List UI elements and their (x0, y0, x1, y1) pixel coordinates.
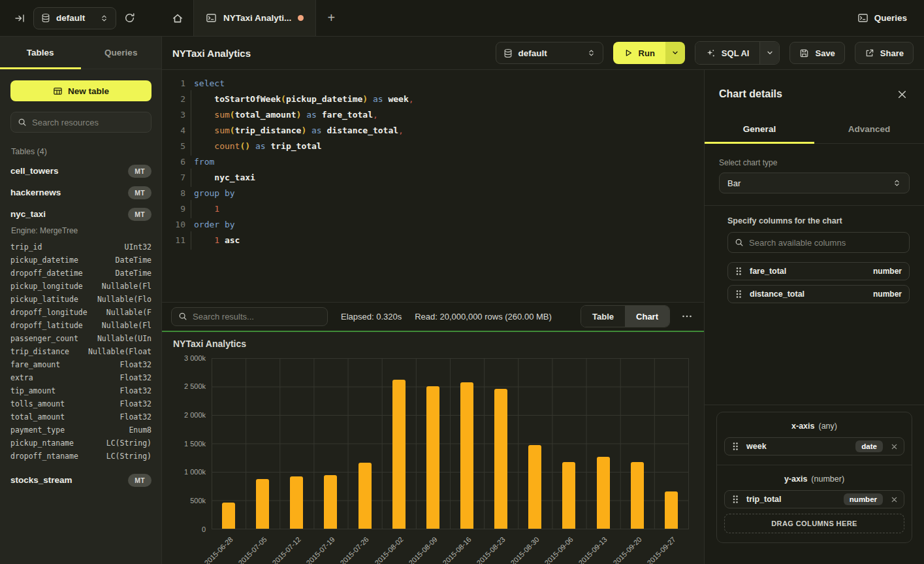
column-row[interactable]: pickup_longitude Nullable(Fl (10, 280, 151, 293)
sql-ai-button[interactable]: SQL AI (695, 42, 760, 64)
sidebar-tab-tables[interactable]: Tables (0, 37, 81, 69)
column-row[interactable]: passenger_count Nullable(UIn (10, 332, 151, 345)
drag-handle-icon[interactable] (732, 495, 739, 504)
code-line[interactable]: 4 sum(trip_distance) as distance_total, (171, 123, 704, 139)
available-column-distance_total[interactable]: distance_total number (727, 285, 910, 303)
database-icon (41, 13, 50, 23)
table-item-stocks_stream[interactable]: stocks_stream MT (10, 469, 151, 491)
unsaved-dot (298, 15, 304, 21)
table-item-cell_towers[interactable]: cell_towers MT (10, 160, 151, 182)
engine-badge: MT (128, 165, 151, 178)
toggle-table[interactable]: Table (581, 306, 625, 327)
queries-label: Queries (874, 13, 907, 23)
bar[interactable] (290, 476, 303, 528)
database-selector[interactable]: default (33, 7, 116, 29)
resource-search-input[interactable] (32, 118, 144, 127)
y-tick: 500k (190, 497, 206, 505)
tab-nytaxi-analytics[interactable]: NYTaxi Analyti... (193, 0, 316, 36)
column-row[interactable]: total_amount Float32 (10, 410, 151, 423)
drag-handle-icon[interactable] (735, 290, 742, 299)
column-search[interactable] (727, 232, 910, 253)
available-column-fare_total[interactable]: fare_total number (727, 262, 910, 280)
bar[interactable] (222, 503, 235, 528)
sidebar-tab-queries[interactable]: Queries (81, 37, 162, 69)
column-row[interactable]: dropoff_latitude Nullable(Fl (10, 319, 151, 332)
refresh-icon[interactable] (124, 12, 135, 24)
results-search[interactable] (171, 307, 328, 326)
sql-editor[interactable]: 1select 2 toStartOfWeek(pickup_datetime)… (162, 70, 704, 302)
results-search-input[interactable] (193, 312, 321, 322)
column-row[interactable]: fare_amount Float32 (10, 358, 151, 371)
home-button[interactable] (162, 0, 193, 36)
column-search-input[interactable] (749, 238, 902, 248)
column-row[interactable]: pickup_ntaname LC(String) (10, 437, 151, 450)
chart-type-select[interactable]: Bar (719, 173, 910, 193)
run-label: Run (639, 48, 655, 58)
bar[interactable] (528, 445, 541, 528)
bar[interactable] (392, 380, 406, 529)
column-row[interactable]: tolls_amount Float32 (10, 397, 151, 410)
sql-ai-options-button[interactable] (759, 42, 779, 64)
bar[interactable] (597, 457, 610, 529)
y-axis-column[interactable]: trip_total number (724, 490, 904, 508)
column-row[interactable]: pickup_datetime DateTime (10, 254, 151, 267)
drop-zone[interactable]: DRAG COLUMNS HERE (724, 514, 904, 533)
code-line[interactable]: 7 nyc_taxi (171, 170, 704, 186)
close-panel-button[interactable] (895, 87, 910, 102)
column-row[interactable]: payment_type Enum8 (10, 423, 151, 437)
remove-y-column-button[interactable] (891, 496, 898, 503)
bars (212, 358, 688, 529)
code-line[interactable]: 11 1 asc (171, 233, 704, 248)
bar[interactable] (562, 462, 575, 529)
line-number: 9 (171, 201, 185, 217)
new-tab-button[interactable]: + (316, 0, 346, 36)
bar[interactable] (494, 389, 507, 528)
column-row[interactable]: dropoff_datetime DateTime (10, 267, 151, 280)
column-type: DateTime (116, 256, 151, 265)
bar[interactable] (631, 462, 644, 529)
column-row[interactable]: dropoff_ntaname LC(String) (10, 450, 151, 463)
run-button[interactable]: Run (613, 42, 665, 64)
panel-tab-advanced[interactable]: Advanced (814, 114, 924, 143)
queries-button[interactable]: Queries (840, 0, 924, 36)
save-button[interactable]: Save (789, 42, 844, 64)
panel-tab-general[interactable]: General (705, 114, 814, 143)
code-line[interactable]: 5 count() as trip_total (171, 139, 704, 154)
toggle-chart[interactable]: Chart (625, 306, 669, 327)
query-database-selector[interactable]: default (496, 42, 603, 64)
code-line[interactable]: 2 toStartOfWeek(pickup_datetime) as week… (171, 91, 704, 107)
chart-area: NYTaxi Analytics 3 000k2 500k2 000k1 500… (162, 332, 704, 564)
code-line[interactable]: 10order by (171, 217, 704, 233)
sparkle-icon (706, 48, 716, 58)
table-item-hackernews[interactable]: hackernews MT (10, 182, 151, 203)
bar[interactable] (460, 382, 473, 529)
table-item-nyc_taxi[interactable]: nyc_taxi MT (10, 203, 151, 225)
column-row[interactable]: extra Float32 (10, 371, 151, 384)
share-button[interactable]: Share (855, 42, 914, 64)
sql-ai-split-button: SQL AI (695, 41, 780, 65)
code-line[interactable]: 9 1 (171, 201, 704, 217)
code-line[interactable]: 1select (171, 76, 704, 91)
remove-x-column-button[interactable] (891, 443, 898, 450)
drag-handle-icon[interactable] (735, 267, 742, 276)
resource-search[interactable] (10, 112, 151, 133)
more-options-button[interactable] (679, 312, 695, 321)
column-row[interactable]: trip_distance Nullable(Float (10, 345, 151, 358)
bar[interactable] (256, 479, 269, 529)
column-row[interactable]: tip_amount Float32 (10, 384, 151, 397)
bar[interactable] (426, 386, 439, 529)
bar[interactable] (665, 491, 678, 529)
column-row[interactable]: dropoff_longitude Nullable(F (10, 306, 151, 319)
x-axis-column[interactable]: week date (724, 437, 904, 456)
bar[interactable] (324, 475, 337, 529)
drag-handle-icon[interactable] (732, 442, 739, 451)
column-row[interactable]: trip_id UInt32 (10, 241, 151, 254)
column-row[interactable]: pickup_latitude Nullable(Flo (10, 293, 151, 306)
bar[interactable] (358, 463, 372, 529)
code-line[interactable]: 3 sum(total_amount) as fare_total, (171, 107, 704, 123)
code-line[interactable]: 6from (171, 154, 704, 170)
code-line[interactable]: 8group by (171, 186, 704, 201)
new-table-button[interactable]: New table (10, 80, 151, 101)
run-options-button[interactable] (665, 42, 685, 64)
collapse-sidebar-icon[interactable] (14, 13, 25, 24)
